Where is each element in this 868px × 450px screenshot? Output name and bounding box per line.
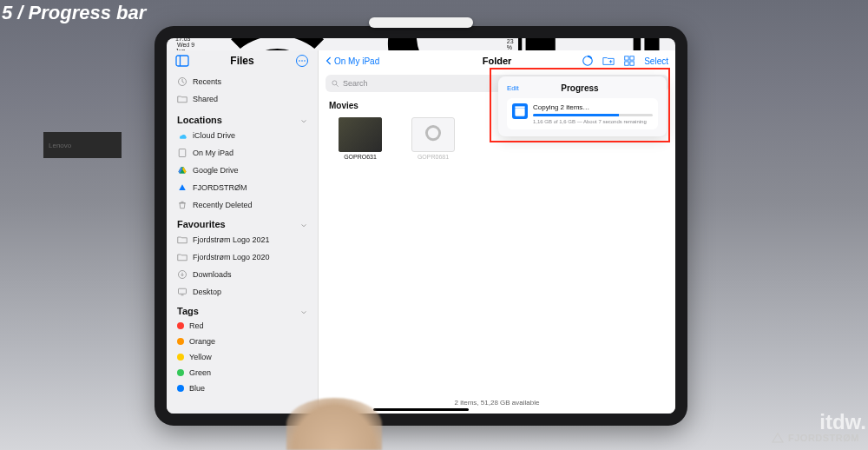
desktop-icon bbox=[177, 287, 187, 297]
sidebar-item-onmyipad[interactable]: On My iPad bbox=[167, 144, 318, 162]
svg-point-18 bbox=[332, 81, 337, 85]
file-name: GOPR0681 bbox=[418, 154, 449, 160]
sidebar-item-fav2[interactable]: Fjordstrøm Logo 2020 bbox=[167, 248, 318, 266]
svg-rect-12 bbox=[179, 288, 187, 294]
tags-heading[interactable]: Tags bbox=[167, 301, 318, 318]
folder-icon bbox=[177, 252, 187, 262]
back-button[interactable]: On My iPad bbox=[326, 56, 379, 66]
more-icon[interactable] bbox=[295, 54, 309, 68]
battery-text: 23 % bbox=[507, 38, 515, 50]
new-folder-icon[interactable] bbox=[602, 55, 615, 67]
sidebar-item-label: FJORDSTRØM bbox=[193, 183, 247, 192]
file-item[interactable]: GOPRO631 bbox=[336, 117, 385, 162]
apple-pencil bbox=[369, 17, 473, 28]
favourites-heading[interactable]: Favourites bbox=[167, 214, 318, 231]
search-placeholder: Search bbox=[343, 79, 368, 88]
sidebar-item-downloads[interactable]: Downloads bbox=[167, 266, 318, 283]
cloud-icon bbox=[177, 130, 187, 141]
sidebar-item-shared[interactable]: Shared bbox=[167, 90, 318, 108]
sidebar-item-label: iCloud Drive bbox=[193, 131, 235, 140]
sidebar-item-fjordstrom[interactable]: FJORDSTRØM bbox=[167, 179, 318, 196]
file-name: GOPRO631 bbox=[344, 154, 377, 160]
sidebar-item-label: Desktop bbox=[193, 288, 221, 296]
ipad-icon bbox=[177, 148, 187, 158]
svg-rect-3 bbox=[176, 56, 188, 66]
svg-rect-20 bbox=[515, 109, 524, 116]
progress-item-title: Copying 2 items… bbox=[533, 103, 653, 111]
home-indicator bbox=[373, 408, 469, 411]
tag-label: Yellow bbox=[189, 353, 212, 361]
sidebar-tag-blue[interactable]: Blue bbox=[167, 381, 318, 396]
sidebar-item-label: Fjordstrøm Logo 2021 bbox=[193, 235, 270, 244]
tag-dot-icon bbox=[177, 322, 184, 329]
heading-label: Favourites bbox=[177, 219, 226, 229]
main-panel: On My iPad Folder Select Search Movies bbox=[319, 50, 675, 414]
toolbar-actions: Select bbox=[582, 55, 668, 67]
watermark: itdw. bbox=[819, 410, 866, 434]
sidebar-item-label: Fjordstrøm Logo 2020 bbox=[193, 253, 270, 261]
sidebar-item-label: Google Drive bbox=[193, 166, 239, 175]
sidebar-item-label: Recently Deleted bbox=[193, 201, 253, 209]
heading-label: Locations bbox=[177, 115, 222, 125]
triangle-icon bbox=[177, 182, 187, 193]
progress-circle-icon[interactable] bbox=[582, 55, 594, 67]
grid-icon[interactable] bbox=[623, 55, 635, 67]
tag-dot-icon bbox=[177, 354, 184, 361]
svg-point-6 bbox=[299, 60, 300, 62]
search-icon bbox=[331, 79, 339, 88]
chevron-left-icon bbox=[326, 56, 332, 65]
progress-text: Copying 2 items… 1,16 GB of 1,6 GB — Abo… bbox=[533, 103, 653, 124]
sidebar-header: Files bbox=[167, 50, 318, 71]
sidebar-item-googledrive[interactable]: Google Drive bbox=[167, 162, 318, 179]
sidebar-item-desktop[interactable]: Desktop bbox=[167, 283, 318, 301]
svg-rect-21 bbox=[515, 106, 524, 108]
doc-thumbnail bbox=[411, 117, 455, 152]
progress-subtitle: 1,16 GB of 1,6 GB — About 7 seconds rema… bbox=[533, 119, 653, 124]
heading-label: Tags bbox=[177, 306, 199, 316]
googledrive-icon bbox=[177, 165, 187, 175]
copy-icon bbox=[512, 103, 528, 119]
tag-dot-icon bbox=[177, 338, 184, 345]
popover-title: Progress bbox=[561, 83, 598, 93]
file-item[interactable]: GOPR0681 bbox=[409, 117, 457, 162]
progress-bar bbox=[533, 114, 653, 116]
tag-label: Orange bbox=[189, 337, 215, 346]
sidebar-top-section: Recents Shared bbox=[167, 71, 318, 109]
locations-heading[interactable]: Locations bbox=[167, 109, 318, 127]
folder-icon bbox=[177, 235, 187, 245]
sidebar-item-recentlydeleted[interactable]: Recently Deleted bbox=[167, 196, 318, 214]
app-content: Files Recents Shared Lo bbox=[167, 50, 675, 414]
sidebar-item-recents[interactable]: Recents bbox=[167, 73, 318, 90]
clock-icon bbox=[177, 76, 187, 87]
svg-point-19 bbox=[426, 127, 439, 140]
video-thumbnail bbox=[339, 117, 382, 152]
chevron-down-icon bbox=[300, 221, 307, 228]
tag-dot-icon bbox=[177, 369, 184, 376]
ipad-screen: 17:03 Wed 9 Jun 23 % bbox=[167, 38, 675, 414]
edit-button[interactable]: Edit bbox=[507, 84, 519, 92]
progress-row[interactable]: Copying 2 items… 1,16 GB of 1,6 GB — Abo… bbox=[507, 98, 658, 129]
tag-dot-icon bbox=[177, 385, 184, 392]
folder-title: Folder bbox=[483, 56, 512, 66]
tags-container: RedOrangeYellowGreenBlue bbox=[167, 318, 318, 396]
chevron-down-icon bbox=[300, 116, 307, 123]
svg-rect-14 bbox=[625, 56, 628, 60]
status-bar: 17:03 Wed 9 Jun 23 % bbox=[167, 38, 675, 50]
trash-icon bbox=[177, 200, 187, 210]
monitor-stand: Lenovo bbox=[43, 132, 122, 158]
overlay-caption: 5 / Progress bar bbox=[2, 2, 146, 24]
popover-header: Edit Progress bbox=[507, 83, 658, 93]
sidebar-tag-yellow[interactable]: Yellow bbox=[167, 349, 318, 365]
select-button[interactable]: Select bbox=[644, 56, 668, 66]
sidebar-item-icloud[interactable]: iCloud Drive bbox=[167, 127, 318, 144]
sidebar-item-label: On My iPad bbox=[193, 149, 233, 157]
sidebar-tag-green[interactable]: Green bbox=[167, 365, 318, 381]
main-header: On My iPad Folder Select bbox=[319, 50, 675, 71]
svg-rect-17 bbox=[630, 62, 634, 65]
sidebar-tag-orange[interactable]: Orange bbox=[167, 334, 318, 349]
sidebar: Files Recents Shared Lo bbox=[167, 50, 319, 414]
sidebar-toggle-icon[interactable] bbox=[175, 54, 189, 68]
sidebar-tag-red[interactable]: Red bbox=[167, 318, 318, 334]
svg-rect-10 bbox=[179, 149, 186, 157]
sidebar-item-fav1[interactable]: Fjordstrøm Logo 2021 bbox=[167, 231, 318, 248]
